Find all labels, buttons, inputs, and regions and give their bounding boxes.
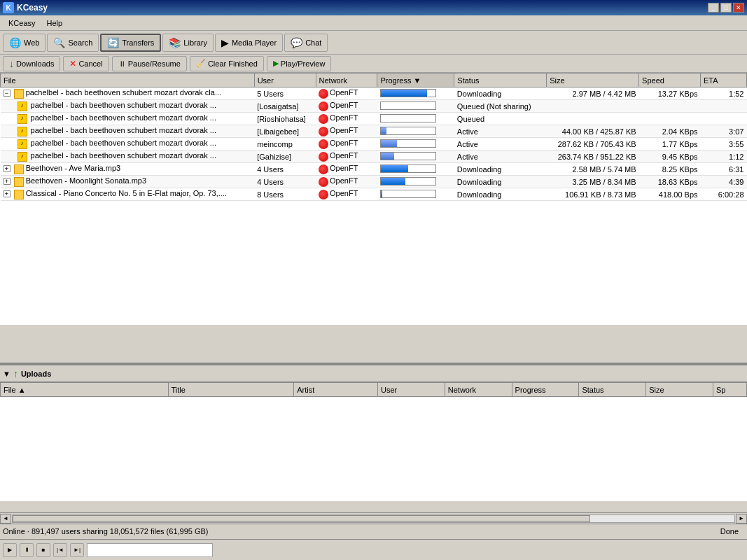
uploads-header-file[interactable]: File ▲ [1, 383, 169, 397]
uploads-header-progress[interactable]: Progress [512, 383, 579, 397]
hscrollbar[interactable]: ◄ ► [0, 512, 747, 524]
stop-button[interactable]: ■ [36, 543, 50, 557]
table-row[interactable]: ♪ pachelbel - bach beethoven schubert mo… [1, 113, 747, 125]
downloads-label: Downloads [16, 59, 54, 68]
progress-bar [380, 89, 436, 97]
header-speed[interactable]: Speed [639, 74, 701, 88]
library-button[interactable]: 📚 Library [162, 34, 214, 52]
app-icon: K [3, 2, 14, 13]
uploads-area[interactable]: File ▲ Title Artist User Network Progres… [0, 382, 747, 501]
progress-bar [380, 152, 436, 160]
network-icon [319, 139, 328, 149]
maximize-button[interactable]: □ [720, 3, 732, 13]
file-cell: ♪ pachelbel - bach beethoven schubert mo… [1, 125, 255, 138]
progress-fill [381, 140, 397, 147]
web-label: Web [24, 38, 39, 47]
network-icon [319, 190, 328, 200]
header-network[interactable]: Network [316, 74, 377, 88]
file-icon: ♪ [18, 102, 27, 111]
clear-finished-button[interactable]: 🧹 Clear Finished [190, 56, 264, 71]
table-row[interactable]: + Beethoven - Ave Maria.mp3 4 Users Open… [1, 163, 747, 176]
table-row[interactable]: ♪ pachelbel - bach beethoven schubert mo… [1, 125, 747, 138]
progress-fill [381, 90, 427, 97]
expand-btn[interactable]: + [4, 178, 11, 185]
downloads-button[interactable]: ↓ Downloads [3, 56, 60, 71]
header-eta[interactable]: ETA [701, 74, 747, 88]
uploads-expand[interactable]: ▼ [3, 370, 11, 378]
search-label: Search [68, 38, 92, 47]
play-button[interactable]: ▶ [3, 543, 17, 557]
progress-bar [380, 177, 436, 186]
table-row[interactable]: ♪ pachelbel - bach beethoven schubert mo… [1, 100, 747, 113]
media-player-icon: ▶ [221, 37, 229, 48]
folder-icon [14, 164, 24, 174]
statusbar-text: Online · 891,497 users sharing 18,051,57… [3, 527, 209, 536]
file-cell: ♪ pachelbel - bach beethoven schubert mo… [1, 138, 255, 150]
table-row[interactable]: + Beethoven - Moonlight Sonata.mp3 4 Use… [1, 176, 747, 188]
pause-resume-label: Pause/Resume [128, 59, 181, 68]
uploads-header-size[interactable]: Size [646, 383, 713, 397]
minimize-button[interactable]: _ [708, 3, 719, 13]
table-row[interactable]: ♪ pachelbel - bach beethoven schubert mo… [1, 150, 747, 163]
file-cell: ♪ pachelbel - bach beethoven schubert mo… [1, 113, 255, 125]
downloads-icon: ↓ [9, 58, 14, 69]
close-button[interactable]: ✕ [733, 3, 744, 13]
scroll-left-btn[interactable]: ◄ [0, 514, 11, 524]
folder-icon [14, 177, 24, 187]
next-button[interactable]: ►| [70, 543, 84, 557]
file-cell: ♪ pachelbel - bach beethoven schubert mo… [1, 150, 255, 163]
progress-bar [380, 139, 436, 148]
hscroll-track[interactable] [12, 514, 735, 523]
progress-fill [381, 153, 395, 160]
menu-kceasy[interactable]: KCeasy [3, 18, 41, 29]
uploads-header-status[interactable]: Status [579, 383, 646, 397]
network-icon [319, 164, 328, 174]
chat-button[interactable]: 💬 Chat [284, 34, 328, 52]
uploads-header-artist[interactable]: Artist [294, 383, 378, 397]
media-player-button[interactable]: ▶ Media Player [215, 34, 283, 52]
header-user[interactable]: User [254, 74, 316, 88]
uploads-header-title[interactable]: Title [168, 383, 294, 397]
player-track[interactable] [87, 543, 213, 557]
header-size[interactable]: Size [547, 74, 639, 88]
menu-help[interactable]: Help [41, 18, 69, 29]
table-row[interactable]: + Classical - Piano Concerto No. 5 in E-… [1, 188, 747, 201]
uploads-header-sp[interactable]: Sp [713, 383, 747, 397]
search-button[interactable]: 🔍 Search [47, 34, 99, 52]
network-icon [319, 152, 328, 162]
library-label: Library [183, 38, 207, 47]
uploads-header-user[interactable]: User [377, 383, 445, 397]
scroll-right-btn[interactable]: ► [736, 514, 747, 524]
pause-button[interactable]: ⏸ [20, 543, 34, 557]
transfers-button[interactable]: 🔄 Transfers [100, 34, 161, 52]
uploads-header-network[interactable]: Network [445, 383, 512, 397]
pause-icon: ⏸ [118, 59, 126, 68]
header-file[interactable]: File [1, 74, 255, 88]
expand-btn[interactable]: − [4, 90, 11, 97]
upload-icon: ↑ [13, 368, 18, 379]
pause-resume-button[interactable]: ⏸ Pause/Resume [112, 56, 187, 71]
hscroll-thumb[interactable] [13, 515, 590, 522]
table-row[interactable]: − pachelbel - bach beethoven schubert mo… [1, 88, 747, 100]
cancel-icon: ✕ [69, 59, 76, 69]
downloads-toolbar: ↓ Downloads ✕ Cancel ⏸ Pause/Resume 🧹 Cl… [0, 55, 747, 73]
network-icon [319, 177, 328, 187]
header-progress[interactable]: Progress ▼ [377, 74, 454, 88]
file-cell: + Beethoven - Ave Maria.mp3 [1, 163, 255, 176]
statusbar: Online · 891,497 users sharing 18,051,57… [0, 524, 747, 538]
table-row[interactable]: ♪ pachelbel - bach beethoven schubert mo… [1, 138, 747, 150]
titlebar-controls: _ □ ✕ [708, 3, 744, 13]
play-preview-button[interactable]: ▶ Play/Preview [267, 56, 332, 71]
web-button[interactable]: 🌐 Web [3, 34, 46, 52]
progress-bar [380, 102, 436, 110]
progress-bar [380, 114, 436, 122]
expand-btn[interactable]: + [4, 190, 11, 197]
prev-button[interactable]: |◄ [53, 543, 67, 557]
file-icon: ♪ [18, 127, 27, 136]
playerbar: ▶ ⏸ ■ |◄ ►| [0, 539, 747, 560]
download-area[interactable]: File User Network Progress ▼ Status Size… [0, 73, 747, 325]
header-status[interactable]: Status [454, 74, 547, 88]
cancel-button[interactable]: ✕ Cancel [63, 56, 109, 71]
play-preview-label: Play/Preview [281, 59, 326, 68]
expand-btn[interactable]: + [4, 165, 11, 172]
